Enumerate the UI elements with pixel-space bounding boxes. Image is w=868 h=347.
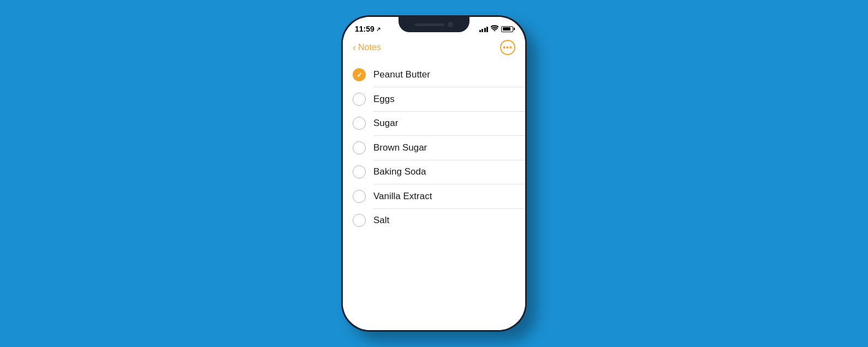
battery-fill (503, 27, 510, 31)
phone-screen: 11:59 ↗ (343, 17, 525, 330)
wifi-icon (491, 25, 498, 33)
time-display: 11:59 (355, 25, 374, 33)
list-item[interactable]: Vanilla Extract (343, 184, 525, 208)
checkbox-unchecked[interactable] (353, 190, 366, 203)
item-label: Salt (373, 215, 389, 226)
item-label: Brown Sugar (373, 142, 427, 153)
list-item[interactable]: Sugar (343, 111, 525, 135)
checkbox-unchecked[interactable] (353, 93, 366, 106)
list-item[interactable]: ✓ Peanut Butter (343, 63, 525, 87)
signal-bars-icon (479, 26, 489, 32)
item-label: Peanut Butter (373, 69, 430, 80)
checkbox-unchecked[interactable] (353, 141, 366, 154)
signal-bar-3 (484, 28, 486, 32)
battery-icon (501, 26, 513, 32)
nav-more-button[interactable]: ••• (500, 40, 515, 55)
nav-back-label: Notes (358, 43, 381, 52)
list-item[interactable]: Salt (343, 208, 525, 232)
checkbox-unchecked[interactable] (353, 117, 366, 130)
more-dots-icon: ••• (503, 43, 513, 52)
back-chevron-icon: ‹ (353, 43, 356, 52)
status-icons (479, 25, 514, 33)
item-label: Baking Soda (373, 166, 426, 177)
checkbox-checked[interactable]: ✓ (353, 68, 366, 81)
item-label: Sugar (373, 118, 398, 129)
nav-back-button[interactable]: ‹ Notes (353, 43, 381, 52)
status-time: 11:59 ↗ (355, 25, 381, 33)
list-item[interactable]: Eggs (343, 87, 525, 111)
item-label: Vanilla Extract (373, 191, 432, 202)
notch (399, 17, 469, 32)
signal-bar-4 (486, 27, 488, 32)
camera (448, 22, 453, 27)
location-icon: ↗ (376, 26, 381, 32)
checkbox-unchecked[interactable] (353, 165, 366, 178)
checkbox-unchecked[interactable] (353, 214, 366, 227)
checklist-content: ✓ Peanut Butter Eggs Sugar (343, 61, 525, 330)
speaker (415, 23, 444, 26)
checkmark-icon: ✓ (356, 71, 362, 79)
signal-bar-2 (481, 29, 483, 32)
phone-mockup: 11:59 ↗ (341, 15, 527, 332)
list-item[interactable]: Baking Soda (343, 160, 525, 184)
list-item[interactable]: Brown Sugar (343, 136, 525, 160)
nav-bar: ‹ Notes ••• (343, 37, 525, 61)
signal-bar-1 (479, 30, 481, 32)
phone-body: 11:59 ↗ (341, 15, 527, 332)
item-label: Eggs (373, 94, 395, 105)
